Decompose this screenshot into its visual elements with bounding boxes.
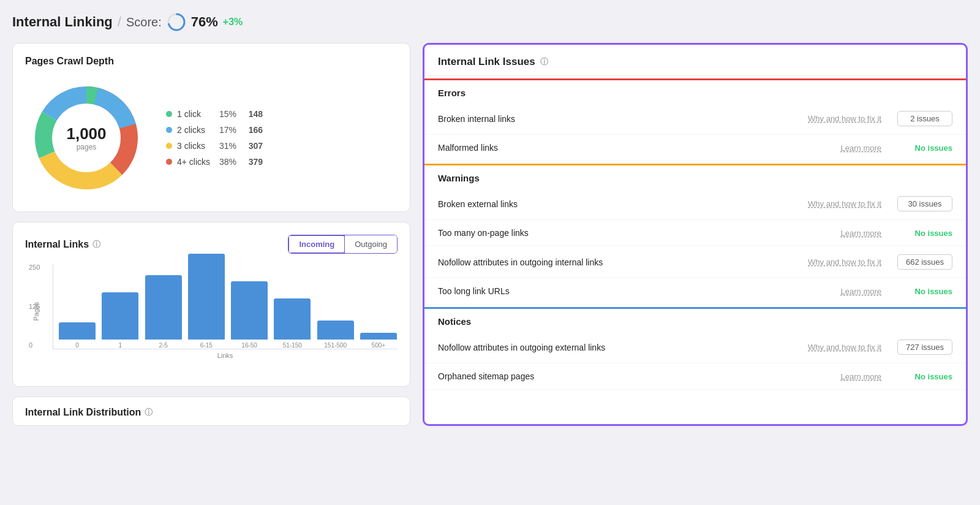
issue-status-malformed: No issues (897, 143, 952, 153)
bar-label-500plus: 500+ (372, 342, 386, 349)
score-delta: +3% (223, 17, 243, 28)
tab-outgoing[interactable]: Outgoing (345, 235, 397, 253)
header-separator: / (118, 14, 121, 30)
legend-dot-1click (166, 111, 172, 117)
issue-link-orphaned[interactable]: Learn more (783, 372, 881, 381)
legend-label-3clicks: 3 clicks (177, 141, 210, 151)
issue-name-nofollow-internal: Nofollow attributes in outgoing internal… (438, 257, 777, 267)
crawl-depth-content: 1,000 pages 1 click 15% 148 2 clicks (25, 77, 398, 199)
bar-label-6-15: 6-15 (200, 342, 213, 349)
score-circle-icon (167, 12, 186, 32)
legend-pct-4clicks: 38% (215, 157, 236, 167)
main-layout: Pages Crawl Depth 1 (12, 43, 968, 426)
issue-link-broken-external[interactable]: Why and how to fix it (783, 199, 881, 208)
issue-link-malformed[interactable]: Learn more (783, 143, 881, 153)
legend-num-2clicks: 166 (241, 125, 263, 135)
legend-dot-3clicks (166, 143, 172, 149)
bar-51-150 (274, 298, 311, 340)
issue-name-orphaned: Orphaned sitemap pages (438, 371, 777, 381)
score-percentage: 76% (191, 14, 218, 30)
issue-name-broken-external: Broken external links (438, 199, 777, 209)
legend-item-4clicks: 4+ clicks 38% 379 (166, 157, 263, 167)
bar-2-5 (145, 275, 182, 340)
issue-status-too-many: No issues (897, 229, 952, 238)
crawl-depth-legend: 1 click 15% 148 2 clicks 17% 166 3 click… (166, 109, 263, 167)
issue-row-broken-external: Broken external links Why and how to fix… (424, 188, 966, 220)
score-label: Score: (126, 15, 162, 29)
bar-label-1: 1 (119, 342, 123, 349)
bar-label-16-50: 16-50 (241, 342, 257, 349)
legend-num-3clicks: 307 (241, 141, 263, 151)
issue-name-too-many: Too many on-page links (438, 228, 777, 238)
issue-badge-nofollow-external[interactable]: 727 issues (897, 340, 952, 355)
tab-group[interactable]: Incoming Outgoing (288, 235, 398, 254)
issue-badge-broken-external[interactable]: 30 issues (897, 196, 952, 211)
link-distribution-info-icon[interactable]: ⓘ (145, 407, 153, 418)
issue-badge-nofollow-internal[interactable]: 662 issues (897, 254, 952, 270)
chart-inner: 250 125 0 0 1 (53, 264, 398, 349)
bar-label-151-500: 151-500 (324, 342, 347, 349)
bar-col-151-500: 151-500 (317, 321, 355, 349)
legend-item-1click: 1 click 15% 148 (166, 109, 263, 119)
issue-link-nofollow-external[interactable]: Why and how to fix it (783, 343, 881, 352)
tab-incoming[interactable]: Incoming (288, 235, 345, 254)
issue-badge-broken-internal[interactable]: 2 issues (897, 111, 952, 126)
issue-link-nofollow-internal[interactable]: Why and how to fix it (783, 257, 881, 267)
pages-label: pages (66, 142, 106, 151)
bar-col-2-5: 2-5 (145, 275, 183, 349)
link-distribution-card: Internal Link Distribution ⓘ (12, 397, 410, 426)
bar-chart-area: Pages 250 125 0 0 (25, 264, 398, 374)
legend-pct-3clicks: 31% (215, 141, 236, 151)
total-pages: 1,000 (66, 125, 106, 143)
issue-name-broken-internal: Broken internal links (438, 114, 777, 124)
left-column: Pages Crawl Depth 1 (12, 43, 410, 426)
link-distribution-title: Internal Link Distribution ⓘ (25, 407, 398, 418)
issue-link-too-many[interactable]: Learn more (783, 229, 881, 238)
bar-label-0: 0 (75, 342, 79, 349)
bar-col-1: 1 (101, 292, 139, 349)
legend-num-1click: 148 (241, 109, 263, 119)
internal-links-info-icon[interactable]: ⓘ (92, 239, 100, 250)
legend-dot-2clicks (166, 127, 172, 133)
y-ticks: 250 125 0 (29, 264, 40, 349)
bar-1 (102, 292, 138, 340)
legend-label-4clicks: 4+ clicks (177, 157, 210, 167)
donut-center: 1,000 pages (66, 125, 106, 151)
crawl-depth-card: Pages Crawl Depth 1 (12, 43, 410, 212)
legend-label-1click: 1 click (177, 109, 210, 119)
issue-name-malformed: Malformed links (438, 143, 777, 153)
issues-title: Internal Link Issues (438, 56, 535, 68)
bar-label-51-150: 51-150 (283, 342, 302, 349)
bar-16-50 (231, 281, 268, 340)
bar-6-15 (188, 254, 225, 340)
issues-panel: Internal Link Issues ⓘ Errors Broken int… (423, 43, 968, 426)
legend-item-3clicks: 3 clicks 31% 307 (166, 141, 263, 151)
legend-item-2clicks: 2 clicks 17% 166 (166, 125, 263, 135)
issue-row-long-urls: Too long link URLs Learn more No issues (424, 278, 966, 305)
crawl-depth-title: Pages Crawl Depth (25, 56, 398, 67)
issue-link-broken-internal[interactable]: Why and how to fix it (783, 114, 881, 123)
internal-links-header: Internal Links ⓘ Incoming Outgoing (25, 235, 398, 254)
donut-chart: 1,000 pages (25, 77, 148, 199)
bar-col-51-150: 51-150 (273, 298, 311, 349)
issue-row-malformed: Malformed links Learn more No issues (424, 135, 966, 161)
legend-label-2clicks: 2 clicks (177, 125, 210, 135)
bar-label-2-5: 2-5 (159, 342, 167, 349)
issue-link-long-urls[interactable]: Learn more (783, 287, 881, 296)
issue-row-nofollow-internal: Nofollow attributes in outgoing internal… (424, 246, 966, 278)
bar-151-500 (317, 321, 354, 340)
issue-row-too-many: Too many on-page links Learn more No iss… (424, 220, 966, 246)
issue-name-nofollow-external: Nofollow attributes in outgoing external… (438, 343, 777, 352)
issue-name-long-urls: Too long link URLs (438, 286, 777, 296)
bar-col-16-50: 16-50 (230, 281, 268, 349)
issues-info-icon[interactable]: ⓘ (540, 56, 548, 67)
bar-col-500plus: 500+ (360, 333, 398, 349)
warnings-section-header: Warnings (424, 164, 966, 188)
internal-links-card: Internal Links ⓘ Incoming Outgoing Pages… (12, 222, 410, 387)
issue-row-orphaned: Orphaned sitemap pages Learn more No iss… (424, 363, 966, 390)
x-axis-label: Links (53, 352, 398, 359)
issue-row-nofollow-external: Nofollow attributes in outgoing external… (424, 332, 966, 363)
legend-num-4clicks: 379 (241, 157, 263, 167)
page-title: Internal Linking (12, 14, 113, 30)
bar-0 (59, 322, 96, 340)
